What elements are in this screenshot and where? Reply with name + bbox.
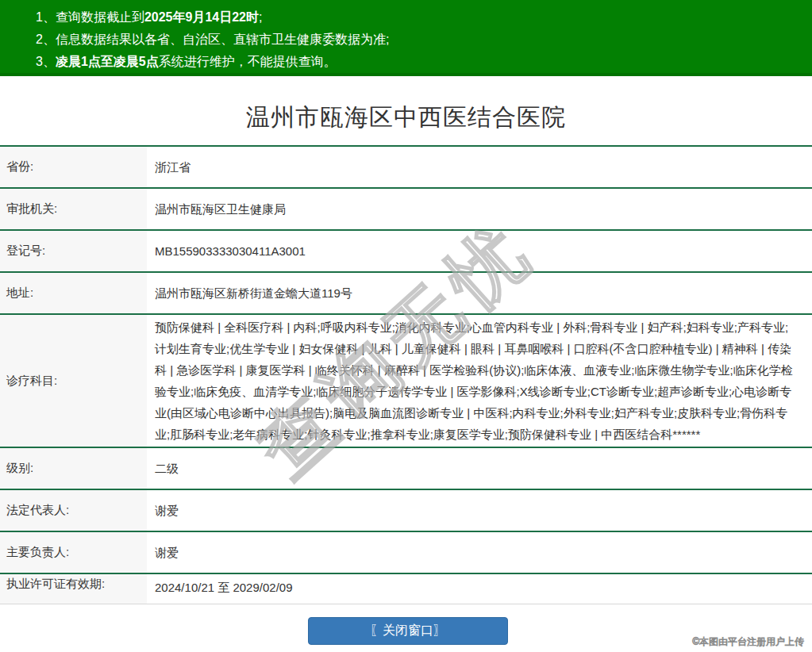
row-label: 登记号: [0, 231, 147, 271]
row-value: 2024/10/21 至 2029/02/09 [147, 574, 812, 604]
row-label: 法定代表人: [0, 490, 147, 531]
hospital-title: 温州市瓯海区中西医结合医院 [0, 76, 812, 145]
row-value: 温州市瓯海区新桥街道金蟾大道119号 [147, 273, 812, 313]
table-row: 级别:二级 [0, 448, 812, 490]
notice-text: 信息数据结果以各省、自治区、直辖市卫生健康委数据为准; [56, 33, 389, 46]
table-row: 登记号:MB155903333030411A3001 [0, 231, 812, 273]
row-value: 谢爱 [147, 490, 812, 531]
table-row: 省份:浙江省 [0, 147, 812, 189]
row-value: 预防保健科 | 全科医疗科 | 内科;呼吸内科专业;消化内科专业;心血管内科专业… [147, 315, 812, 447]
notice-banner: 1、查询数据截止到2025年9月14日22时;2、信息数据结果以各省、自治区、直… [0, 0, 812, 76]
notice-number: 3、 [36, 55, 56, 68]
row-label: 地址: [0, 273, 147, 313]
row-value: 谢爱 [147, 532, 812, 573]
row-value: 温州市瓯海区卫生健康局 [147, 189, 812, 229]
table-row: 地址:温州市瓯海区新桥街道金蟾大道119号 [0, 273, 812, 315]
notice-text-bold: 2025年9月14日22时 [144, 10, 259, 24]
table-row: 诊疗科目:预防保健科 | 全科医疗科 | 内科;呼吸内科专业;消化内科专业;心血… [0, 315, 812, 448]
row-label: 省份: [0, 147, 147, 187]
notice-number: 2、 [36, 33, 56, 46]
table-row: 执业许可证有效期:2024/10/21 至 2029/02/09 [0, 574, 812, 604]
notice-text: ; [259, 10, 262, 24]
row-value: 二级 [147, 448, 812, 489]
row-label: 级别: [0, 448, 147, 489]
row-label: 诊疗科目: [0, 315, 147, 447]
row-value: 浙江省 [147, 147, 812, 187]
notice-text: 查询数据截止到 [56, 10, 144, 24]
info-table: 省份:浙江省审批机关:温州市瓯海区卫生健康局登记号:MB155903333030… [0, 145, 812, 604]
notice-text: 系统进行维护，不能提供查询。 [159, 55, 337, 68]
notice-list: 1、查询数据截止到2025年9月14日22时;2、信息数据结果以各省、自治区、直… [36, 6, 804, 73]
table-row: 法定代表人:谢爱 [0, 490, 812, 532]
row-value: MB155903333030411A3001 [147, 231, 812, 271]
row-label: 执业许可证有效期: [0, 574, 147, 604]
corner-watermark: ©本图由平台注册用户上传 [692, 635, 804, 649]
query-result-page: 1、查询数据截止到2025年9月14日22时;2、信息数据结果以各省、自治区、直… [0, 0, 812, 652]
row-label: 审批机关: [0, 189, 147, 229]
row-label: 主要负责人: [0, 532, 147, 573]
notice-line: 1、查询数据截止到2025年9月14日22时; [36, 6, 804, 29]
close-window-button[interactable]: 〖关闭窗口〗 [308, 617, 508, 645]
notice-line: 2、信息数据结果以各省、自治区、直辖市卫生健康委数据为准; [36, 29, 804, 51]
notice-number: 1、 [36, 10, 56, 24]
notice-text-bold: 凌晨1点至凌晨5点 [56, 55, 159, 68]
notice-line: 3、凌晨1点至凌晨5点系统进行维护，不能提供查询。 [36, 51, 804, 73]
table-row: 主要负责人:谢爱 [0, 532, 812, 574]
table-row: 审批机关:温州市瓯海区卫生健康局 [0, 189, 812, 231]
